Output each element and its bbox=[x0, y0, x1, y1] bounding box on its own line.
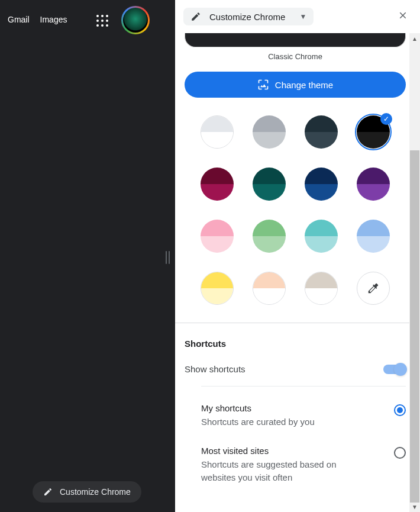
scroll-up-icon[interactable]: ▲ bbox=[409, 33, 420, 44]
color-swatch[interactable] bbox=[357, 220, 390, 253]
customize-pill-label: Customize Chrome bbox=[60, 487, 131, 497]
option-divider bbox=[201, 386, 406, 387]
close-button[interactable] bbox=[394, 7, 412, 27]
color-swatch[interactable] bbox=[201, 115, 234, 149]
color-swatch[interactable] bbox=[201, 220, 234, 253]
custom-color-picker[interactable] bbox=[357, 272, 390, 305]
color-swatch[interactable] bbox=[253, 220, 286, 253]
color-swatch[interactable] bbox=[305, 115, 338, 149]
apps-launcher-icon[interactable] bbox=[95, 14, 109, 28]
most-visited-desc: Shortcuts are suggested based on website… bbox=[201, 458, 355, 485]
most-visited-option[interactable]: Most visited sites Shortcuts are suggest… bbox=[185, 437, 406, 493]
scroll-down-icon[interactable]: ▼ bbox=[409, 501, 420, 512]
most-visited-radio[interactable] bbox=[394, 447, 406, 459]
theme-preview bbox=[185, 33, 406, 47]
gmail-link[interactable]: Gmail bbox=[8, 15, 30, 24]
customize-panel: Customize Chrome ▼ Classic Chrome Change… bbox=[175, 0, 420, 512]
theme-caption: Classic Chrome bbox=[185, 52, 406, 61]
check-icon: ✓ bbox=[380, 113, 392, 125]
show-shortcuts-toggle[interactable] bbox=[383, 365, 406, 374]
my-shortcuts-radio[interactable] bbox=[394, 404, 406, 416]
change-theme-label: Change theme bbox=[275, 80, 333, 90]
my-shortcuts-desc: Shortcuts are curated by you bbox=[201, 416, 315, 429]
color-swatch[interactable] bbox=[305, 272, 338, 305]
images-link[interactable]: Images bbox=[40, 15, 67, 24]
eyedropper-icon bbox=[367, 282, 380, 295]
scrollbar[interactable]: ▲ ▼ bbox=[409, 33, 420, 512]
most-visited-title: Most visited sites bbox=[201, 446, 355, 456]
my-shortcuts-title: My shortcuts bbox=[201, 403, 315, 413]
color-swatch[interactable] bbox=[357, 168, 390, 201]
scrollbar-thumb[interactable] bbox=[410, 150, 419, 503]
color-swatch[interactable] bbox=[253, 115, 286, 149]
pencil-icon bbox=[43, 487, 53, 497]
customize-chrome-button[interactable]: Customize Chrome bbox=[33, 481, 141, 503]
pencil-icon bbox=[190, 11, 201, 22]
change-theme-button[interactable]: Change theme bbox=[185, 72, 406, 98]
my-shortcuts-option[interactable]: My shortcuts Shortcuts are curated by yo… bbox=[185, 395, 406, 437]
close-icon bbox=[398, 10, 408, 21]
wallpaper-icon bbox=[257, 79, 269, 91]
header-chip-label: Customize Chrome bbox=[209, 12, 285, 22]
color-swatch-grid: ✓ bbox=[185, 115, 406, 323]
resize-handle[interactable] bbox=[166, 251, 173, 264]
color-swatch[interactable] bbox=[305, 220, 338, 253]
color-swatch[interactable] bbox=[253, 168, 286, 201]
color-swatch[interactable] bbox=[253, 272, 286, 305]
chevron-down-icon: ▼ bbox=[299, 12, 306, 21]
shortcuts-section-title: Shortcuts bbox=[185, 323, 406, 357]
color-swatch[interactable] bbox=[201, 168, 234, 201]
avatar[interactable] bbox=[121, 6, 150, 34]
color-swatch[interactable] bbox=[305, 168, 338, 201]
color-swatch[interactable] bbox=[201, 272, 234, 305]
header-chip[interactable]: Customize Chrome ▼ bbox=[183, 8, 314, 25]
show-shortcuts-label: Show shortcuts bbox=[185, 364, 245, 374]
